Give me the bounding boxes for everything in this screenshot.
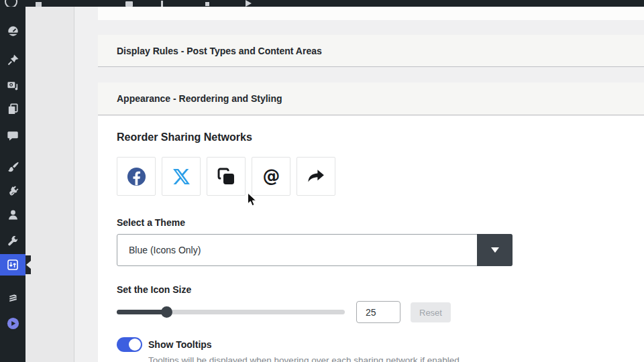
stacked-docs-icon [7,292,19,305]
home-icon[interactable] [36,2,42,7]
icon-size-input[interactable] [356,301,400,323]
x-twitter-icon [172,167,191,186]
play-arrow-icon[interactable] [246,0,252,7]
sidebar-item-media[interactable] [0,77,25,93]
media-icon [7,79,19,92]
network-copy-link[interactable] [207,157,246,196]
sidebar-item-appearance[interactable] [0,159,25,175]
sidebar-item-comments[interactable] [0,127,25,143]
sidebar-item-posts[interactable] [0,52,25,68]
accordion-display-rules[interactable]: Display Rules - Post Types and Content A… [98,35,644,67]
reset-button[interactable]: Reset [411,302,451,322]
accordion-title: Appearance - Reordering and Styling [117,93,282,104]
wordpress-logo-icon[interactable] [5,0,17,7]
user-icon [7,208,19,221]
reorder-networks-heading: Reorder Sharing Networks [117,131,252,143]
sidebar-item-users[interactable] [0,206,25,223]
plug-icon [7,185,19,198]
sidebar-item-docs[interactable] [0,290,25,306]
pages-icon [7,103,19,115]
network-share[interactable] [297,157,335,196]
accordion-appearance[interactable]: Appearance - Reordering and Styling [98,82,644,115]
wp-admin-sidebar [0,7,25,362]
pushpin-icon [7,54,19,66]
chevron-down-icon [491,247,499,253]
appearance-section-content: Reorder Sharing Networks [98,116,644,362]
paintbrush-icon [7,161,19,174]
active-item-arrow [26,261,31,269]
tooltips-label: Show Tooltips [148,339,212,350]
settings-panel: Display Rules - Post Types and Content A… [98,0,644,362]
svg-text:@: @ [262,166,280,186]
sidebar-item-sharing-settings-active[interactable] [0,254,25,276]
previous-section-bottom [98,7,644,20]
sidebar-item-tools[interactable] [0,233,25,249]
sidebar-item-dashboard[interactable] [0,23,25,39]
theme-label: Select a Theme [117,217,185,228]
play-circle-icon [6,316,20,330]
accordion-title: Display Rules - Post Types and Content A… [117,46,322,56]
at-email-icon: @ [261,166,282,187]
sliders-arrows-icon [6,258,19,272]
badge-icon[interactable] [205,2,209,6]
sidebar-item-pages[interactable] [0,101,25,117]
tooltips-help-text: Tooltips will be displayed when hovering… [148,355,462,362]
network-facebook[interactable] [117,157,156,196]
theme-select-button[interactable] [477,234,513,266]
sidebar-item-video[interactable] [0,315,25,331]
theme-select[interactable]: Blue (Icons Only) [117,234,513,266]
share-arrow-icon [306,166,326,186]
copy-icon [217,167,236,186]
network-x-twitter[interactable] [162,157,201,196]
comment-icon [7,129,19,142]
network-email[interactable]: @ [252,157,290,196]
admin-bar [0,0,644,7]
new-plus-icon[interactable] [161,1,163,7]
wrench-icon [7,235,19,247]
network-reorder-row: @ [117,157,335,196]
sidebar-item-plugins[interactable] [0,183,25,199]
theme-selected-value: Blue (Icons Only) [129,235,201,265]
admin-gutter [25,7,74,362]
slider-fill [117,310,167,314]
icon-size-slider[interactable] [117,310,345,314]
slider-thumb[interactable] [161,306,172,318]
facebook-icon [126,166,147,187]
comments-icon[interactable] [125,1,133,7]
tooltips-toggle[interactable] [117,337,142,352]
toggle-knob [129,339,141,351]
dashboard-icon [7,25,19,38]
icon-size-label: Set the Icon Size [117,284,191,295]
